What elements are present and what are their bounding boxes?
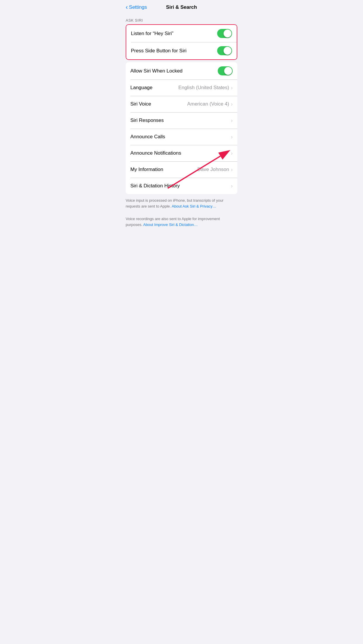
allow-when-locked-label: Allow Siri When Locked xyxy=(130,68,218,74)
ask-siri-section-label: ASK SIRI xyxy=(121,13,242,24)
press-side-button-row[interactable]: Press Side Button for Siri xyxy=(126,42,237,59)
my-information-label: My Information xyxy=(130,167,197,172)
highlighted-card: Listen for “Hey Siri” Press Side Button … xyxy=(126,24,237,60)
language-label: Language xyxy=(130,85,178,91)
my-information-row[interactable]: My Information Dave Johnson › xyxy=(126,161,237,178)
about-ask-siri-privacy-label: About Ask Siri & Privacy… xyxy=(172,204,216,208)
siri-voice-chevron-icon: › xyxy=(231,101,233,107)
page-title: Siri & Search xyxy=(166,4,197,10)
press-side-button-toggle[interactable] xyxy=(217,46,232,55)
language-row[interactable]: Language English (United States) › xyxy=(126,80,237,96)
siri-voice-label: Siri Voice xyxy=(130,101,187,107)
siri-dictation-history-label: Siri & Dictation History xyxy=(130,183,231,189)
about-improve-siri-link[interactable]: About Improve Siri & Dictation… xyxy=(143,222,198,227)
announce-notifications-chevron-icon: › xyxy=(231,150,233,156)
footer-text-2: Voice recordings are also sent to Apple … xyxy=(121,213,242,227)
siri-dictation-history-row[interactable]: Siri & Dictation History › xyxy=(126,178,237,194)
listen-hey-siri-toggle[interactable] xyxy=(217,29,232,38)
siri-responses-chevron-icon: › xyxy=(231,118,233,124)
footer-text-1: Voice input is processed on iPhone, but … xyxy=(121,194,242,209)
language-value: English (United States) xyxy=(178,85,229,91)
announce-notifications-label: Announce Notifications xyxy=(130,150,231,156)
nav-bar: ‹ Settings Siri & Search xyxy=(121,0,242,13)
toggle-thumb-2 xyxy=(224,47,231,55)
listen-hey-siri-row[interactable]: Listen for “Hey Siri” xyxy=(126,25,237,42)
siri-voice-row[interactable]: Siri Voice American (Voice 4) › xyxy=(126,96,237,112)
my-information-chevron-icon: › xyxy=(231,167,233,173)
press-side-button-label: Press Side Button for Siri xyxy=(131,48,217,54)
my-information-value: Dave Johnson xyxy=(197,167,229,172)
announce-calls-chevron-icon: › xyxy=(231,134,233,140)
back-label: Settings xyxy=(129,4,147,10)
allow-when-locked-row[interactable]: Allow Siri When Locked xyxy=(126,62,237,80)
back-button[interactable]: ‹ Settings xyxy=(126,4,147,11)
announce-calls-label: Announce Calls xyxy=(130,134,231,140)
allow-when-locked-toggle[interactable] xyxy=(218,66,233,75)
back-chevron-icon: ‹ xyxy=(126,4,128,11)
siri-dictation-history-chevron-icon: › xyxy=(231,183,233,189)
listen-hey-siri-label: Listen for “Hey Siri” xyxy=(131,31,217,37)
about-improve-siri-label: About Improve Siri & Dictation… xyxy=(143,222,198,227)
toggle-thumb-3 xyxy=(224,67,232,75)
normal-card: Allow Siri When Locked Language English … xyxy=(126,62,237,194)
toggle-thumb xyxy=(224,30,231,37)
siri-voice-value: American (Voice 4) xyxy=(187,101,229,107)
about-ask-siri-privacy-link[interactable]: About Ask Siri & Privacy… xyxy=(172,204,216,208)
announce-notifications-row[interactable]: Announce Notifications › xyxy=(126,145,237,161)
announce-calls-row[interactable]: Announce Calls › xyxy=(126,129,237,145)
language-chevron-icon: › xyxy=(231,85,233,91)
siri-responses-row[interactable]: Siri Responses › xyxy=(126,112,237,129)
siri-responses-label: Siri Responses xyxy=(130,118,231,123)
